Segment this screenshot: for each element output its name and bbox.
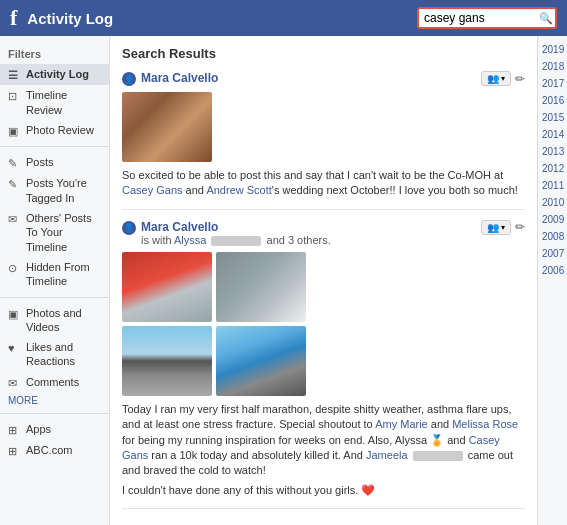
- post-actions-2: 👥 ▾ ✏: [481, 220, 525, 235]
- year-item-2016[interactable]: 2016: [538, 92, 567, 109]
- post-text-2-continued: I couldn't have done any of this without…: [122, 483, 525, 498]
- sidebar-item-label: Timeline Review: [26, 88, 101, 117]
- posts-icon: ✎: [8, 156, 22, 170]
- post-images-row2: [122, 326, 525, 396]
- filters-label: Filters: [0, 44, 109, 64]
- year-item-2010[interactable]: 2010: [538, 194, 567, 211]
- sidebar-item-hidden-from[interactable]: ⊙ Hidden From Timeline: [0, 257, 109, 292]
- search-input[interactable]: [424, 11, 539, 25]
- post-author-2: Mara Calvello: [141, 220, 481, 234]
- hidden-icon: ⊙: [8, 261, 22, 275]
- sidebar-item-posts[interactable]: ✎ Posts: [0, 152, 109, 173]
- sidebar-divider-3: [0, 413, 109, 414]
- sidebar-item-label: Photos and Videos: [26, 306, 101, 335]
- sidebar-item-label: Apps: [26, 422, 51, 436]
- post-images-1: [122, 92, 525, 162]
- search-box: 🔍: [417, 7, 557, 29]
- sidebar-item-label: Comments: [26, 375, 79, 389]
- chevron-down-icon-2: ▾: [501, 223, 505, 232]
- flowers-image: [122, 92, 212, 162]
- facebook-logo: f: [10, 5, 17, 31]
- post-actions-1: 👥 ▾ ✏: [481, 71, 525, 86]
- photos-icon: ▣: [8, 307, 22, 321]
- year-item-2017[interactable]: 2017: [538, 75, 567, 92]
- year-item-2018[interactable]: 2018: [538, 58, 567, 75]
- edit-icon-2[interactable]: ✏: [515, 220, 525, 234]
- year-item-2014[interactable]: 2014: [538, 126, 567, 143]
- year-item-2019[interactable]: 2019: [538, 41, 567, 58]
- post-card-1: 👤 Mara Calvello 👥 ▾ ✏ So excite: [122, 71, 525, 210]
- sidebar-item-label: Others' Posts To Your Timeline: [26, 211, 101, 254]
- sidebar-item-label: Photo Review: [26, 123, 94, 137]
- post-author-link-2[interactable]: Mara Calvello: [141, 220, 218, 234]
- sidebar-item-photo-review[interactable]: ▣ Photo Review: [0, 120, 109, 141]
- chevron-down-icon: ▾: [501, 74, 505, 83]
- top-bar: f Activity Log 🔍: [0, 0, 567, 36]
- comments-icon: ✉: [8, 376, 22, 390]
- link-andrew-scott[interactable]: Andrew Scott: [206, 184, 271, 196]
- abc-icon: ⊞: [8, 444, 22, 458]
- sidebar-item-label: Hidden From Timeline: [26, 260, 101, 289]
- post-header-1: 👤 Mara Calvello 👥 ▾ ✏: [122, 71, 525, 86]
- sidebar-item-photos-videos[interactable]: ▣ Photos and Videos: [0, 303, 109, 338]
- year-item-2009[interactable]: 2009: [538, 211, 567, 228]
- post-card-2: 👤 Mara Calvello is with Alyssa and 3 oth…: [122, 220, 525, 509]
- timeline-review-icon: ⊡: [8, 89, 22, 103]
- post-avatar-1: 👤: [122, 72, 136, 86]
- post-images-row1: [122, 252, 525, 322]
- audience-button-2[interactable]: 👥 ▾: [481, 220, 511, 235]
- link-melissa-rose[interactable]: Melissa Rose: [452, 418, 518, 430]
- audience-button-1[interactable]: 👥 ▾: [481, 71, 511, 86]
- year-item-2012[interactable]: 2012: [538, 160, 567, 177]
- sidebar-item-apps[interactable]: ⊞ Apps: [0, 419, 109, 440]
- year-item-2006[interactable]: 2006: [538, 262, 567, 279]
- sidebar-more[interactable]: MORE: [0, 393, 109, 408]
- sidebar: Filters ☰ Activity Log ⊡ Timeline Review…: [0, 36, 110, 525]
- main-layout: Filters ☰ Activity Log ⊡ Timeline Review…: [0, 36, 567, 525]
- apps-icon: ⊞: [8, 423, 22, 437]
- post-author-link-1[interactable]: Mara Calvello: [141, 71, 218, 85]
- link-casey-gans[interactable]: Casey Gans: [122, 184, 183, 196]
- sidebar-item-others-posts[interactable]: ✉ Others' Posts To Your Timeline: [0, 208, 109, 257]
- post-avatar-2: 👤: [122, 221, 136, 235]
- post-with-text-2: is with Alyssa and 3 others.: [141, 234, 481, 246]
- building-image: [216, 326, 306, 396]
- crowd-image: [216, 252, 306, 322]
- blurred-name-2: [413, 451, 463, 461]
- post-image-red-flag: [122, 252, 212, 322]
- post-header-2: 👤 Mara Calvello is with Alyssa and 3 oth…: [122, 220, 525, 246]
- year-item-2008[interactable]: 2008: [538, 228, 567, 245]
- post-text-1: So excited to be able to post this and s…: [122, 168, 525, 199]
- sidebar-item-timeline-review[interactable]: ⊡ Timeline Review: [0, 85, 109, 120]
- sidebar-item-label: Likes and Reactions: [26, 340, 101, 369]
- edit-icon-1[interactable]: ✏: [515, 72, 525, 86]
- post-text-2: Today I ran my very first half marathon,…: [122, 402, 525, 479]
- sidebar-item-label: Posts: [26, 155, 54, 169]
- sidebar-divider: [0, 146, 109, 147]
- post-image-person-road: [122, 326, 212, 396]
- blurred-name: [211, 236, 261, 246]
- year-item-2011[interactable]: 2011: [538, 177, 567, 194]
- sidebar-item-label: Posts You're Tagged In: [26, 176, 101, 205]
- sidebar-item-likes-reactions[interactable]: ♥ Likes and Reactions: [0, 337, 109, 372]
- sidebar-divider-2: [0, 297, 109, 298]
- search-button[interactable]: 🔍: [539, 12, 553, 25]
- link-amy-marie[interactable]: Amy Marie: [375, 418, 428, 430]
- sidebar-item-abc-com[interactable]: ⊞ ABC.com: [0, 440, 109, 461]
- link-jameela[interactable]: Jameela: [366, 449, 408, 461]
- sidebar-item-posts-tagged[interactable]: ✎ Posts You're Tagged In: [0, 173, 109, 208]
- post-author-block-2: Mara Calvello is with Alyssa and 3 other…: [141, 220, 481, 246]
- likes-icon: ♥: [8, 341, 22, 355]
- year-item-2015[interactable]: 2015: [538, 109, 567, 126]
- sidebar-item-activity-log[interactable]: ☰ Activity Log: [0, 64, 109, 85]
- sidebar-item-comments[interactable]: ✉ Comments: [0, 372, 109, 393]
- year-item-2007[interactable]: 2007: [538, 245, 567, 262]
- posts-tagged-icon: ✎: [8, 177, 22, 191]
- photo-review-icon: ▣: [8, 124, 22, 138]
- search-results-title: Search Results: [122, 46, 525, 61]
- year-item-2013[interactable]: 2013: [538, 143, 567, 160]
- activity-log-icon: ☰: [8, 68, 22, 82]
- person-road-image: [122, 326, 212, 396]
- link-alyssa[interactable]: Alyssa: [174, 234, 206, 246]
- post-image-building: [216, 326, 306, 396]
